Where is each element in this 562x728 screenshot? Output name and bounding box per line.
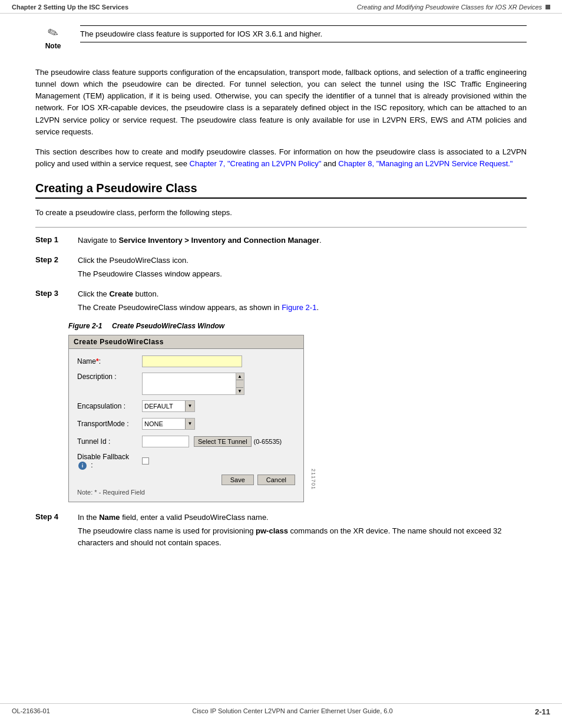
step-3-label: Step 3	[35, 288, 68, 298]
chapter8-link[interactable]: Chapter 8, "Managing an L2VPN Service Re…	[338, 159, 513, 168]
select-te-tunnel-button[interactable]: Select TE Tunnel	[194, 436, 252, 447]
name-bold: Name	[99, 513, 120, 522]
pw-transportmode-arrow[interactable]: ▼	[185, 419, 194, 429]
page-header: Chapter 2 Setting Up the ISC Services Cr…	[0, 0, 562, 14]
create-bold: Create	[109, 289, 133, 298]
pencil-icon: ✎	[45, 24, 61, 42]
pw-description-row: Description : ▲ ▼	[77, 373, 295, 395]
pw-transportmode-row: TransportMode : NONE ▼	[77, 417, 295, 430]
note-icon-area: ✎ Note	[35, 25, 71, 50]
header-right-text: Creating and Modifying Pseudowire Classe…	[357, 4, 542, 11]
step-2-label: Step 2	[35, 255, 68, 264]
required-asterisk: *	[96, 357, 99, 365]
chapter-label: Chapter 2 Setting Up the ISC Services	[12, 4, 128, 11]
step-2-content: Click the PseudoWireClass icon. The Pseu…	[78, 255, 527, 282]
pw-name-row: Name*:	[77, 355, 295, 368]
pw-encapsulation-value: DEFAULT	[143, 403, 185, 410]
side-number: 211701	[310, 469, 316, 490]
pw-disablefallback-row: Disable Fallback i :	[77, 453, 295, 470]
tunnel-range-text: (0-65535)	[254, 438, 282, 445]
steps-divider	[35, 227, 527, 228]
note-box: ✎ Note The pseudowire class feature is s…	[35, 25, 527, 56]
pw-transportmode-label: TransportMode :	[77, 420, 142, 428]
pw-encapsulation-row: Encapsulation : DEFAULT ▼	[77, 400, 295, 413]
figure-title: Create PseudoWireClass Window	[112, 322, 224, 330]
disable-fallback-checkbox[interactable]	[142, 457, 149, 465]
pw-name-input[interactable]	[142, 355, 242, 367]
figure2-1-link[interactable]: Figure 2-1	[282, 303, 316, 312]
step-2-sub: The Pseudowire Classes window appears.	[78, 268, 527, 280]
footer-center: Cisco IP Solution Center L2VPN and Carri…	[50, 707, 535, 716]
header-rule-icon	[546, 5, 550, 9]
pw-class-bold: pw-class	[256, 526, 288, 535]
pw-encapsulation-label: Encapsulation :	[77, 402, 142, 410]
step-1-content: Navigate to Service Inventory > Inventor…	[78, 235, 527, 249]
page-footer: OL-21636-01 Cisco IP Solution Center L2V…	[0, 703, 562, 716]
info-icon: i	[78, 462, 87, 470]
figure-label: Figure 2-1 Create PseudoWireClass Window	[68, 322, 527, 330]
pw-description-textarea[interactable]	[142, 373, 236, 395]
intro-text: To create a pseudowire class, perform th…	[35, 207, 527, 219]
note-text: The pseudowire class feature is supporte…	[80, 25, 527, 42]
pw-transportmode-value: NONE	[143, 420, 185, 427]
body-paragraph-2: This section describes how to create and…	[35, 146, 527, 170]
steps-container: Step 1 Navigate to Service Inventory > I…	[35, 235, 527, 316]
step-4-sub: The pseudowire class name is used for pr…	[78, 525, 527, 548]
step-4-label: Step 4	[35, 512, 68, 521]
pw-encapsulation-arrow[interactable]: ▼	[185, 401, 194, 411]
pw-body: Name*: Description : ▲ ▼ Encapsulation :	[69, 349, 303, 502]
footer-right: 2-11	[535, 707, 550, 716]
section-heading: Creating a Pseudowire Class	[35, 182, 527, 199]
scroll-down-icon[interactable]: ▼	[236, 387, 243, 394]
scroll-up-icon[interactable]: ▲	[236, 373, 243, 380]
pw-disablefallback-controls	[142, 457, 149, 465]
step-1-bold: Service Inventory > Inventory and Connec…	[118, 236, 319, 245]
section-label: Creating and Modifying Pseudowire Classe…	[357, 4, 550, 11]
pw-transportmode-select[interactable]: NONE ▼	[142, 418, 195, 430]
pw-description-scrollbar[interactable]: ▲ ▼	[236, 373, 244, 395]
pw-disablefallback-label: Disable Fallback i :	[77, 453, 142, 470]
step-4-main: In the Name field, enter a valid PseudoW…	[78, 512, 527, 523]
pw-buttons-row: Save Cancel	[77, 475, 295, 485]
step-3-content: Click the Create button. The Create Pseu…	[78, 288, 527, 316]
step-4-content: In the Name field, enter a valid PseudoW…	[78, 512, 527, 551]
step-3: Step 3 Click the Create button. The Crea…	[35, 288, 527, 316]
step-1: Step 1 Navigate to Service Inventory > I…	[35, 235, 527, 249]
step-4: Step 4 In the Name field, enter a valid …	[35, 512, 527, 551]
footer-left: OL-21636-01	[12, 707, 50, 716]
step-1-label: Step 1	[35, 235, 68, 244]
body-paragraph-1: The pseudowire class feature supports co…	[35, 67, 527, 138]
pw-tunnelid-label: Tunnel Id :	[77, 437, 142, 446]
pw-tunnelid-input[interactable]	[142, 436, 189, 447]
figure-number: Figure 2-1	[68, 322, 102, 330]
pw-window: Create PseudoWireClass Name*: Descriptio…	[68, 335, 304, 502]
step-2-main: Click the PseudoWireClass icon.	[78, 255, 527, 266]
pw-name-label: Name*:	[77, 357, 142, 365]
step-3-sub: The Create PseudowireClass window appear…	[78, 302, 527, 314]
pw-title-bar: Create PseudoWireClass	[69, 335, 303, 349]
save-button[interactable]: Save	[222, 475, 254, 485]
chapter7-link[interactable]: Chapter 7, "Creating an L2VPN Policy"	[190, 159, 322, 168]
cancel-button[interactable]: Cancel	[257, 475, 295, 485]
pw-tunnelid-controls: Select TE Tunnel (0-65535)	[142, 436, 282, 447]
pw-note-line: Note: * - Required Field	[77, 489, 295, 496]
note-label: Note	[45, 42, 61, 50]
step-3-main: Click the Create button.	[78, 288, 527, 300]
pw-encapsulation-select[interactable]: DEFAULT ▼	[142, 400, 195, 412]
pw-tunnelid-row: Tunnel Id : Select TE Tunnel (0-65535)	[77, 435, 295, 448]
pw-window-title: Create PseudoWireClass	[74, 338, 164, 346]
step-2: Step 2 Click the PseudoWireClass icon. T…	[35, 255, 527, 282]
main-content: ✎ Note The pseudowire class feature is s…	[0, 14, 562, 568]
step-1-main: Navigate to Service Inventory > Inventor…	[78, 235, 527, 246]
pw-description-label: Description :	[77, 373, 142, 381]
